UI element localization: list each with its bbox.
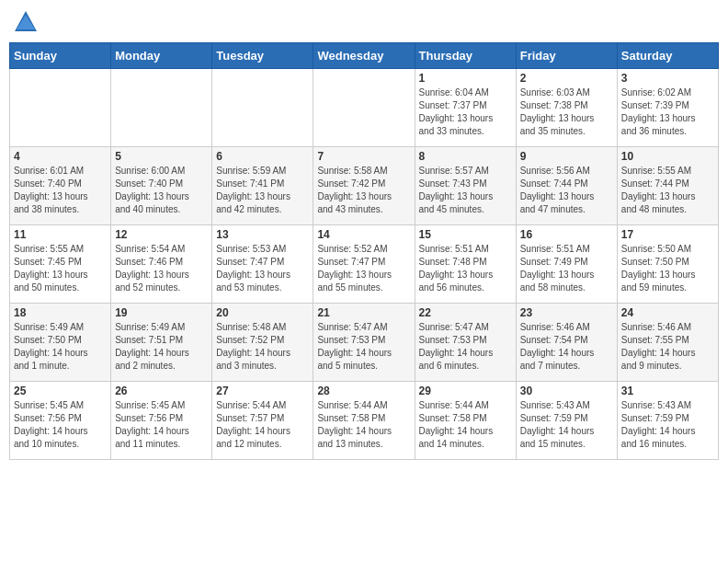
cell-content: Sunrise: 5:52 AM Sunset: 7:47 PM Dayligh…: [317, 243, 410, 294]
day-number: 1: [419, 72, 512, 85]
calendar-cell: 7Sunrise: 5:58 AM Sunset: 7:42 PM Daylig…: [313, 147, 415, 225]
calendar-cell: 1Sunrise: 6:04 AM Sunset: 7:37 PM Daylig…: [415, 69, 516, 147]
day-number: 17: [621, 228, 714, 241]
cell-content: Sunrise: 5:57 AM Sunset: 7:43 PM Dayligh…: [419, 165, 512, 216]
calendar-cell: 12Sunrise: 5:54 AM Sunset: 7:46 PM Dayli…: [111, 225, 212, 304]
calendar-cell: [10, 69, 111, 147]
cell-content: Sunrise: 5:43 AM Sunset: 7:59 PM Dayligh…: [621, 399, 714, 451]
calendar-cell: 20Sunrise: 5:48 AM Sunset: 7:52 PM Dayli…: [212, 304, 313, 382]
day-number: 26: [115, 385, 208, 397]
calendar-cell: [111, 69, 212, 147]
day-header-saturday: Saturday: [617, 43, 718, 69]
cell-content: Sunrise: 6:02 AM Sunset: 7:39 PM Dayligh…: [621, 86, 714, 138]
day-number: 12: [115, 228, 208, 241]
calendar-cell: 21Sunrise: 5:47 AM Sunset: 7:53 PM Dayli…: [313, 304, 415, 382]
calendar-cell: 6Sunrise: 5:59 AM Sunset: 7:41 PM Daylig…: [212, 147, 313, 225]
day-number: 22: [419, 306, 512, 319]
day-number: 19: [115, 306, 208, 319]
calendar-cell: 16Sunrise: 5:51 AM Sunset: 7:49 PM Dayli…: [516, 225, 617, 304]
cell-content: Sunrise: 5:55 AM Sunset: 7:44 PM Dayligh…: [621, 165, 714, 216]
calendar-cell: 27Sunrise: 5:44 AM Sunset: 7:57 PM Dayli…: [212, 382, 313, 460]
cell-content: Sunrise: 5:45 AM Sunset: 7:56 PM Dayligh…: [115, 399, 208, 451]
day-header-wednesday: Wednesday: [313, 43, 415, 69]
cell-content: Sunrise: 5:46 AM Sunset: 7:54 PM Dayligh…: [520, 321, 613, 373]
calendar-cell: 30Sunrise: 5:43 AM Sunset: 7:59 PM Dayli…: [516, 382, 617, 460]
calendar-cell: 2Sunrise: 6:03 AM Sunset: 7:38 PM Daylig…: [516, 69, 617, 147]
cell-content: Sunrise: 5:46 AM Sunset: 7:55 PM Dayligh…: [621, 321, 714, 373]
cell-content: Sunrise: 5:47 AM Sunset: 7:53 PM Dayligh…: [419, 321, 512, 373]
calendar-cell: 8Sunrise: 5:57 AM Sunset: 7:43 PM Daylig…: [415, 147, 516, 225]
day-number: 23: [520, 306, 613, 319]
day-header-monday: Monday: [111, 43, 212, 69]
cell-content: Sunrise: 5:44 AM Sunset: 7:57 PM Dayligh…: [216, 399, 309, 451]
day-number: 27: [216, 385, 309, 397]
cell-content: Sunrise: 6:04 AM Sunset: 7:37 PM Dayligh…: [419, 86, 512, 138]
day-number: 24: [621, 306, 714, 319]
calendar-header-row: SundayMondayTuesdayWednesdayThursdayFrid…: [10, 43, 719, 69]
cell-content: Sunrise: 5:47 AM Sunset: 7:53 PM Dayligh…: [317, 321, 410, 373]
cell-content: Sunrise: 5:50 AM Sunset: 7:50 PM Dayligh…: [621, 243, 714, 294]
cell-content: Sunrise: 5:43 AM Sunset: 7:59 PM Dayligh…: [520, 399, 613, 451]
day-number: 13: [216, 228, 309, 241]
day-number: 20: [216, 306, 309, 319]
logo: [9, 9, 39, 35]
calendar-cell: 23Sunrise: 5:46 AM Sunset: 7:54 PM Dayli…: [516, 304, 617, 382]
calendar-cell: 4Sunrise: 6:01 AM Sunset: 7:40 PM Daylig…: [10, 147, 111, 225]
cell-content: Sunrise: 6:00 AM Sunset: 7:40 PM Dayligh…: [115, 165, 208, 216]
calendar-cell: [313, 69, 415, 147]
cell-content: Sunrise: 5:58 AM Sunset: 7:42 PM Dayligh…: [317, 165, 410, 216]
page-header: [9, 9, 719, 35]
day-number: 16: [520, 228, 613, 241]
calendar-cell: 29Sunrise: 5:44 AM Sunset: 7:58 PM Dayli…: [415, 382, 516, 460]
day-number: 8: [419, 150, 512, 163]
cell-content: Sunrise: 5:55 AM Sunset: 7:45 PM Dayligh…: [14, 243, 107, 294]
calendar-cell: 15Sunrise: 5:51 AM Sunset: 7:48 PM Dayli…: [415, 225, 516, 304]
cell-content: Sunrise: 5:51 AM Sunset: 7:49 PM Dayligh…: [520, 243, 613, 294]
cell-content: Sunrise: 5:48 AM Sunset: 7:52 PM Dayligh…: [216, 321, 309, 373]
calendar-cell: 17Sunrise: 5:50 AM Sunset: 7:50 PM Dayli…: [617, 225, 718, 304]
day-number: 31: [621, 385, 714, 397]
cell-content: Sunrise: 5:49 AM Sunset: 7:51 PM Dayligh…: [115, 321, 208, 373]
calendar-cell: 25Sunrise: 5:45 AM Sunset: 7:56 PM Dayli…: [10, 382, 111, 460]
day-number: 6: [216, 150, 309, 163]
calendar-cell: 13Sunrise: 5:53 AM Sunset: 7:47 PM Dayli…: [212, 225, 313, 304]
calendar-cell: 9Sunrise: 5:56 AM Sunset: 7:44 PM Daylig…: [516, 147, 617, 225]
cell-content: Sunrise: 5:53 AM Sunset: 7:47 PM Dayligh…: [216, 243, 309, 294]
calendar-cell: 19Sunrise: 5:49 AM Sunset: 7:51 PM Dayli…: [111, 304, 212, 382]
calendar-week-row: 25Sunrise: 5:45 AM Sunset: 7:56 PM Dayli…: [10, 382, 719, 460]
calendar-cell: 24Sunrise: 5:46 AM Sunset: 7:55 PM Dayli…: [617, 304, 718, 382]
calendar-week-row: 18Sunrise: 5:49 AM Sunset: 7:50 PM Dayli…: [10, 304, 719, 382]
cell-content: Sunrise: 6:03 AM Sunset: 7:38 PM Dayligh…: [520, 86, 613, 138]
day-number: 5: [115, 150, 208, 163]
day-header-friday: Friday: [516, 43, 617, 69]
cell-content: Sunrise: 5:45 AM Sunset: 7:56 PM Dayligh…: [14, 399, 107, 451]
day-number: 3: [621, 72, 714, 85]
cell-content: Sunrise: 5:59 AM Sunset: 7:41 PM Dayligh…: [216, 165, 309, 216]
calendar-week-row: 4Sunrise: 6:01 AM Sunset: 7:40 PM Daylig…: [10, 147, 719, 225]
calendar-cell: 10Sunrise: 5:55 AM Sunset: 7:44 PM Dayli…: [617, 147, 718, 225]
calendar-cell: 11Sunrise: 5:55 AM Sunset: 7:45 PM Dayli…: [10, 225, 111, 304]
calendar-cell: 22Sunrise: 5:47 AM Sunset: 7:53 PM Dayli…: [415, 304, 516, 382]
calendar-cell: 5Sunrise: 6:00 AM Sunset: 7:40 PM Daylig…: [111, 147, 212, 225]
day-number: 18: [14, 306, 107, 319]
day-number: 25: [14, 385, 107, 397]
calendar-cell: [212, 69, 313, 147]
day-number: 21: [317, 306, 410, 319]
day-number: 14: [317, 228, 410, 241]
cell-content: Sunrise: 6:01 AM Sunset: 7:40 PM Dayligh…: [14, 165, 107, 216]
day-number: 11: [14, 228, 107, 241]
calendar-table: SundayMondayTuesdayWednesdayThursdayFrid…: [9, 42, 719, 460]
calendar-week-row: 11Sunrise: 5:55 AM Sunset: 7:45 PM Dayli…: [10, 225, 719, 304]
day-header-thursday: Thursday: [415, 43, 516, 69]
day-number: 9: [520, 150, 613, 163]
cell-content: Sunrise: 5:44 AM Sunset: 7:58 PM Dayligh…: [419, 399, 512, 451]
cell-content: Sunrise: 5:44 AM Sunset: 7:58 PM Dayligh…: [317, 399, 410, 451]
cell-content: Sunrise: 5:49 AM Sunset: 7:50 PM Dayligh…: [14, 321, 107, 373]
day-header-sunday: Sunday: [10, 43, 111, 69]
svg-marker-1: [17, 15, 35, 29]
day-number: 7: [317, 150, 410, 163]
day-number: 2: [520, 72, 613, 85]
calendar-week-row: 1Sunrise: 6:04 AM Sunset: 7:37 PM Daylig…: [10, 69, 719, 147]
day-number: 15: [419, 228, 512, 241]
day-header-tuesday: Tuesday: [212, 43, 313, 69]
